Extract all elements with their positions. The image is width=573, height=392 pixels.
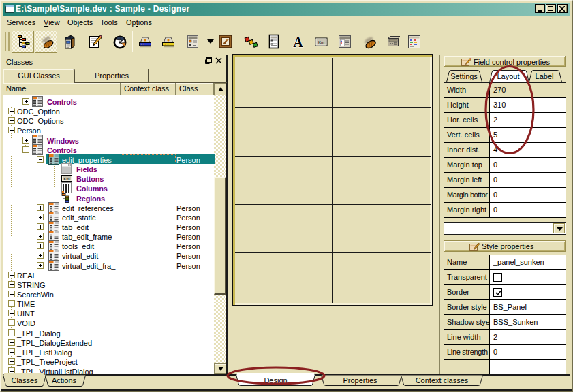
svg-text:A: A [293,35,303,50]
svg-text:Km: Km [318,40,324,44]
svg-text:Km: Km [64,177,70,181]
